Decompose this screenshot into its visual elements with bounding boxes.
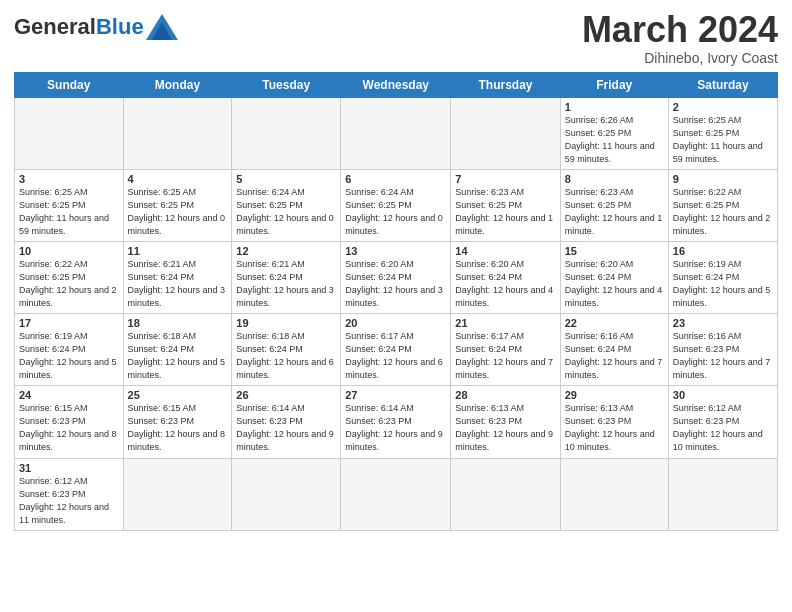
day-info: Sunrise: 6:20 AM Sunset: 6:24 PM Dayligh…: [345, 258, 446, 310]
calendar-cell: 10Sunrise: 6:22 AM Sunset: 6:25 PM Dayli…: [15, 241, 124, 313]
calendar-cell: 29Sunrise: 6:13 AM Sunset: 6:23 PM Dayli…: [560, 386, 668, 458]
day-info: Sunrise: 6:24 AM Sunset: 6:25 PM Dayligh…: [236, 186, 336, 238]
day-number: 5: [236, 173, 336, 185]
logo-blue: Blue: [96, 14, 144, 39]
calendar-week-1: 1Sunrise: 6:26 AM Sunset: 6:25 PM Daylig…: [15, 97, 778, 169]
calendar-cell: 5Sunrise: 6:24 AM Sunset: 6:25 PM Daylig…: [232, 169, 341, 241]
header: GeneralBlue March 2024 Dihinebo, Ivory C…: [14, 10, 778, 66]
day-number: 15: [565, 245, 664, 257]
calendar-cell: [668, 458, 777, 530]
day-number: 6: [345, 173, 446, 185]
col-monday: Monday: [123, 72, 232, 97]
calendar-cell: 24Sunrise: 6:15 AM Sunset: 6:23 PM Dayli…: [15, 386, 124, 458]
day-info: Sunrise: 6:24 AM Sunset: 6:25 PM Dayligh…: [345, 186, 446, 238]
day-number: 3: [19, 173, 119, 185]
calendar-week-2: 3Sunrise: 6:25 AM Sunset: 6:25 PM Daylig…: [15, 169, 778, 241]
calendar-cell: 19Sunrise: 6:18 AM Sunset: 6:24 PM Dayli…: [232, 314, 341, 386]
calendar-cell: 8Sunrise: 6:23 AM Sunset: 6:25 PM Daylig…: [560, 169, 668, 241]
day-info: Sunrise: 6:15 AM Sunset: 6:23 PM Dayligh…: [19, 402, 119, 454]
day-number: 17: [19, 317, 119, 329]
calendar-cell: [341, 97, 451, 169]
calendar-cell: [15, 97, 124, 169]
col-saturday: Saturday: [668, 72, 777, 97]
calendar-cell: 11Sunrise: 6:21 AM Sunset: 6:24 PM Dayli…: [123, 241, 232, 313]
calendar-cell: 14Sunrise: 6:20 AM Sunset: 6:24 PM Dayli…: [451, 241, 560, 313]
calendar-cell: [341, 458, 451, 530]
day-info: Sunrise: 6:25 AM Sunset: 6:25 PM Dayligh…: [673, 114, 773, 166]
calendar-cell: 2Sunrise: 6:25 AM Sunset: 6:25 PM Daylig…: [668, 97, 777, 169]
day-number: 12: [236, 245, 336, 257]
calendar-cell: 22Sunrise: 6:16 AM Sunset: 6:24 PM Dayli…: [560, 314, 668, 386]
day-info: Sunrise: 6:17 AM Sunset: 6:24 PM Dayligh…: [345, 330, 446, 382]
day-info: Sunrise: 6:17 AM Sunset: 6:24 PM Dayligh…: [455, 330, 555, 382]
calendar-cell: 17Sunrise: 6:19 AM Sunset: 6:24 PM Dayli…: [15, 314, 124, 386]
day-number: 22: [565, 317, 664, 329]
col-friday: Friday: [560, 72, 668, 97]
calendar-header: Sunday Monday Tuesday Wednesday Thursday…: [15, 72, 778, 97]
calendar-cell: 15Sunrise: 6:20 AM Sunset: 6:24 PM Dayli…: [560, 241, 668, 313]
calendar-cell: 31Sunrise: 6:12 AM Sunset: 6:23 PM Dayli…: [15, 458, 124, 530]
day-number: 23: [673, 317, 773, 329]
calendar-cell: 12Sunrise: 6:21 AM Sunset: 6:24 PM Dayli…: [232, 241, 341, 313]
day-number: 10: [19, 245, 119, 257]
day-info: Sunrise: 6:22 AM Sunset: 6:25 PM Dayligh…: [673, 186, 773, 238]
day-info: Sunrise: 6:14 AM Sunset: 6:23 PM Dayligh…: [236, 402, 336, 454]
day-info: Sunrise: 6:18 AM Sunset: 6:24 PM Dayligh…: [236, 330, 336, 382]
day-number: 13: [345, 245, 446, 257]
location-subtitle: Dihinebo, Ivory Coast: [582, 50, 778, 66]
day-info: Sunrise: 6:19 AM Sunset: 6:24 PM Dayligh…: [673, 258, 773, 310]
calendar-cell: 18Sunrise: 6:18 AM Sunset: 6:24 PM Dayli…: [123, 314, 232, 386]
calendar-cell: [123, 458, 232, 530]
day-info: Sunrise: 6:15 AM Sunset: 6:23 PM Dayligh…: [128, 402, 228, 454]
day-number: 21: [455, 317, 555, 329]
day-number: 24: [19, 389, 119, 401]
days-row: Sunday Monday Tuesday Wednesday Thursday…: [15, 72, 778, 97]
col-sunday: Sunday: [15, 72, 124, 97]
day-number: 16: [673, 245, 773, 257]
calendar-cell: 16Sunrise: 6:19 AM Sunset: 6:24 PM Dayli…: [668, 241, 777, 313]
day-number: 25: [128, 389, 228, 401]
day-info: Sunrise: 6:25 AM Sunset: 6:25 PM Dayligh…: [128, 186, 228, 238]
calendar-week-4: 17Sunrise: 6:19 AM Sunset: 6:24 PM Dayli…: [15, 314, 778, 386]
day-number: 27: [345, 389, 446, 401]
calendar-cell: [232, 458, 341, 530]
day-info: Sunrise: 6:22 AM Sunset: 6:25 PM Dayligh…: [19, 258, 119, 310]
day-info: Sunrise: 6:12 AM Sunset: 6:23 PM Dayligh…: [19, 475, 119, 527]
day-number: 14: [455, 245, 555, 257]
day-number: 1: [565, 101, 664, 113]
day-number: 9: [673, 173, 773, 185]
day-info: Sunrise: 6:19 AM Sunset: 6:24 PM Dayligh…: [19, 330, 119, 382]
day-info: Sunrise: 6:21 AM Sunset: 6:24 PM Dayligh…: [236, 258, 336, 310]
day-number: 2: [673, 101, 773, 113]
calendar-cell: 21Sunrise: 6:17 AM Sunset: 6:24 PM Dayli…: [451, 314, 560, 386]
day-number: 11: [128, 245, 228, 257]
day-info: Sunrise: 6:14 AM Sunset: 6:23 PM Dayligh…: [345, 402, 446, 454]
month-title: March 2024: [582, 10, 778, 50]
day-info: Sunrise: 6:20 AM Sunset: 6:24 PM Dayligh…: [455, 258, 555, 310]
calendar-cell: 27Sunrise: 6:14 AM Sunset: 6:23 PM Dayli…: [341, 386, 451, 458]
day-number: 19: [236, 317, 336, 329]
day-info: Sunrise: 6:12 AM Sunset: 6:23 PM Dayligh…: [673, 402, 773, 454]
calendar-cell: [451, 97, 560, 169]
calendar-cell: [451, 458, 560, 530]
calendar-cell: 6Sunrise: 6:24 AM Sunset: 6:25 PM Daylig…: [341, 169, 451, 241]
calendar-cell: 9Sunrise: 6:22 AM Sunset: 6:25 PM Daylig…: [668, 169, 777, 241]
calendar-cell: 23Sunrise: 6:16 AM Sunset: 6:23 PM Dayli…: [668, 314, 777, 386]
day-number: 29: [565, 389, 664, 401]
calendar-cell: 20Sunrise: 6:17 AM Sunset: 6:24 PM Dayli…: [341, 314, 451, 386]
day-number: 31: [19, 462, 119, 474]
day-info: Sunrise: 6:26 AM Sunset: 6:25 PM Dayligh…: [565, 114, 664, 166]
calendar-table: Sunday Monday Tuesday Wednesday Thursday…: [14, 72, 778, 531]
col-wednesday: Wednesday: [341, 72, 451, 97]
logo-icon: [146, 14, 178, 40]
day-number: 8: [565, 173, 664, 185]
calendar-cell: 1Sunrise: 6:26 AM Sunset: 6:25 PM Daylig…: [560, 97, 668, 169]
day-number: 7: [455, 173, 555, 185]
day-number: 30: [673, 389, 773, 401]
logo-area: GeneralBlue: [14, 10, 178, 40]
day-number: 28: [455, 389, 555, 401]
calendar-cell: 13Sunrise: 6:20 AM Sunset: 6:24 PM Dayli…: [341, 241, 451, 313]
day-info: Sunrise: 6:16 AM Sunset: 6:24 PM Dayligh…: [565, 330, 664, 382]
day-info: Sunrise: 6:23 AM Sunset: 6:25 PM Dayligh…: [455, 186, 555, 238]
calendar-cell: 30Sunrise: 6:12 AM Sunset: 6:23 PM Dayli…: [668, 386, 777, 458]
